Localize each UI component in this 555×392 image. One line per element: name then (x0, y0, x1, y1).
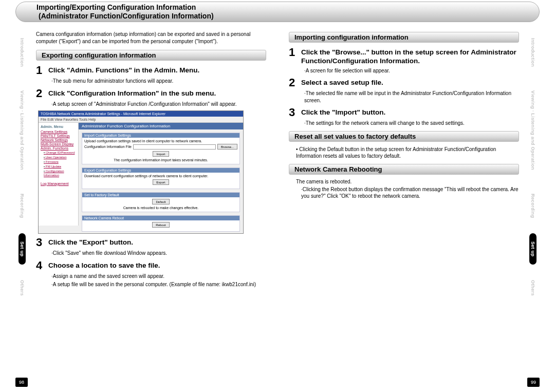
shot-main: Administrator Function Configuration Inf… (79, 123, 243, 226)
reset-header: Reset all set values to factory defaults (289, 131, 519, 142)
step-text: Click the "Export" button. (48, 237, 133, 247)
shot-side-link[interactable]: Multi-Screen Display (41, 142, 76, 146)
shot-reboot-box: Network Camera Reboot Reboot (82, 215, 240, 232)
step-number: 2 (36, 88, 44, 99)
step-number: 3 (36, 237, 44, 248)
shot-import-header: Import Configuration Settings (82, 133, 239, 138)
import-button[interactable]: Import (153, 151, 169, 157)
step-number: 2 (289, 77, 297, 88)
shot-side-link[interactable]: Network Settings (41, 138, 76, 142)
intro-text: Camera configuration information (setup … (36, 31, 266, 45)
import-1-sub: A screen for file selection will appear. (304, 67, 519, 74)
shot-import-desc: Upload configuration settings saved in c… (84, 139, 237, 143)
reboot-text: The camera is rebooted. (296, 179, 519, 184)
reboot-header: Network Camera Rebooting (289, 164, 519, 175)
export-step-2: 2 Click "Configuration Information" in t… (36, 88, 266, 99)
export-step-3: 3 Click the "Export" button. (36, 237, 266, 248)
shot-side-sublink[interactable]: Configuration Information (44, 169, 76, 177)
importing-header: Importing configuration information (289, 32, 519, 43)
header-line-2: (Administrator Function/Configuration In… (36, 12, 519, 21)
shot-file-input[interactable] (133, 144, 216, 150)
shot-default-note: Camera is rebooted to make changes effec… (84, 206, 237, 210)
reboot-button[interactable]: Reboot (152, 222, 169, 228)
shot-side-link[interactable]: PAN/TILT Settings (41, 134, 76, 138)
step-text: Click the "Import" button. (301, 107, 385, 117)
page-number-left: 98 (15, 378, 28, 387)
right-column: Importing configuration information 1 Cl… (278, 26, 555, 377)
import-3-sub: The settings for the network camera will… (304, 120, 519, 127)
shot-browser-menu: File Edit View Favorites Tools Help (39, 117, 243, 123)
import-step-1: 1 Click the "Browse..." button in the se… (289, 47, 519, 66)
step-number: 4 (36, 260, 44, 271)
shot-main-header: Administrator Function Configuration Inf… (79, 123, 243, 129)
shot-window-title: TOSHIBA Network Camera Administrator Set… (39, 111, 243, 117)
header-line-1: Importing/Exporting Configuration Inform… (36, 3, 519, 12)
step-text: Click "Admin. Functions" in the Admin. M… (48, 65, 199, 75)
step-text: Click the "Browse..." button in the setu… (301, 47, 519, 66)
shot-file-label: Configuration Information File (84, 145, 132, 148)
import-2-sub: The selected file name will be input in … (304, 90, 519, 104)
exporting-header: Exporting configuration information (36, 50, 266, 61)
step-number: 3 (289, 107, 297, 118)
step-number: 1 (36, 65, 44, 76)
shot-import-box: Import Configuration Settings Upload con… (82, 133, 240, 164)
default-button[interactable]: Default (152, 199, 169, 204)
shot-side-link[interactable]: Admin. Functions (41, 146, 76, 150)
shot-side-header: Admin. Menu (41, 125, 76, 128)
shot-side-sublink[interactable]: Change ID/Password (44, 151, 76, 155)
shot-default-header: Set to Factory Default (82, 193, 239, 197)
step-1-sub: The sub menu for administrator functions… (51, 78, 266, 85)
shot-side-log[interactable]: Log Management (41, 182, 76, 185)
shot-side-link[interactable]: Camera Settings (41, 130, 76, 134)
browse-button[interactable]: Browse... (217, 144, 237, 150)
step-number: 1 (289, 47, 297, 58)
shot-export-desc: Download current configuration settings … (84, 174, 237, 178)
step-4-sub2: A setup file will be saved in the person… (51, 281, 266, 288)
shot-export-header: Export Configuration Settings (82, 168, 239, 173)
step-4-sub1: Assign a name and the saved screen will … (51, 273, 266, 280)
page-number-right: 99 (527, 378, 540, 387)
import-step-3: 3 Click the "Import" button. (289, 107, 519, 118)
step-2-sub: A setup screen of "Administrator Functio… (51, 101, 266, 108)
shot-default-box: Set to Factory Default Default Camera is… (82, 192, 240, 212)
export-step-1: 1 Click "Admin. Functions" in the Admin.… (36, 65, 266, 76)
step-text: Choose a location to save the file. (48, 260, 160, 270)
embedded-screenshot: TOSHIBA Network Camera Administrator Set… (38, 110, 244, 234)
page-header: Importing/Exporting Configuration Inform… (15, 2, 540, 22)
left-column: Camera configuration information (setup … (0, 26, 278, 377)
shot-side-sublink[interactable]: User Operation (44, 155, 76, 159)
export-button[interactable]: Export (153, 179, 169, 185)
import-step-2: 2 Select a saved setup file. (289, 77, 519, 88)
export-step-4: 4 Choose a location to save the file. (36, 260, 266, 271)
step-text: Select a saved setup file. (301, 77, 383, 87)
shot-side-sublink[interactable]: FW Update (44, 164, 76, 169)
reset-sub: Clicking the Default button in the setup… (296, 146, 519, 160)
step-3-sub: Click "Save" when file download Window a… (51, 250, 266, 257)
shot-import-note: The configuration information import tak… (84, 158, 237, 162)
shot-side-sublink[interactable]: Firmware (44, 160, 76, 164)
content-columns: Camera configuration information (setup … (0, 26, 555, 377)
step-text: Click "Configuration Information" in the… (48, 88, 216, 98)
shot-reboot-header: Network Camera Reboot (82, 216, 239, 220)
shot-export-box: Export Configuration Settings Download c… (82, 167, 240, 189)
shot-sidebar: Admin. Menu Camera Settings PAN/TILT Set… (39, 123, 79, 226)
reboot-sub: Clicking the Reboot button displays the … (301, 186, 519, 200)
